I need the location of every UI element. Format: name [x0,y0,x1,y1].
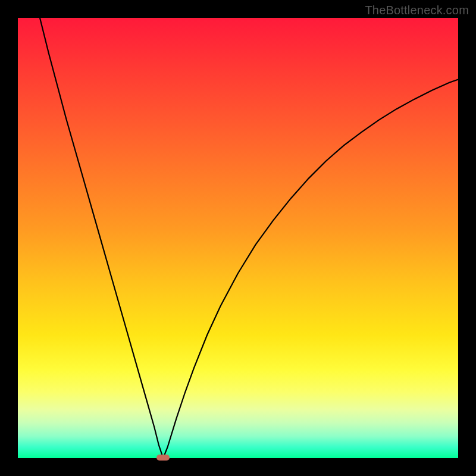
curve-svg [18,18,458,458]
plot-area [18,18,458,458]
bottleneck-curve [40,18,458,458]
chart-container: TheBottleneck.com [0,0,476,476]
minimum-marker [156,455,170,461]
watermark-text: TheBottleneck.com [365,4,469,17]
